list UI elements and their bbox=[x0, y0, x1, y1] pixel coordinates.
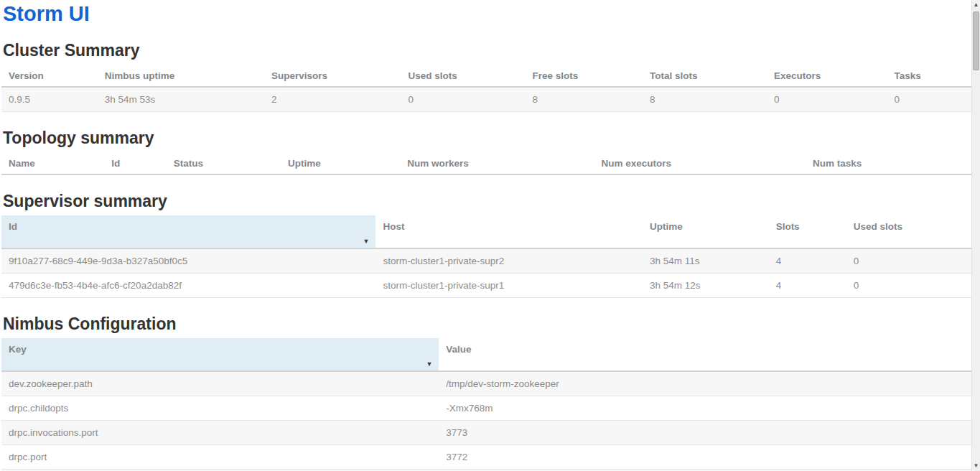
table-cell: 9f10a277-68c9-449e-9d3a-b327a50bf0c5 bbox=[1, 248, 375, 274]
column-header-num-workers[interactable]: Num workers bbox=[400, 152, 594, 174]
table-cell: storm-cluster1-private-supr1 bbox=[375, 274, 643, 298]
column-header-uptime[interactable]: Uptime bbox=[281, 152, 400, 174]
table-cell: drpc.invocations.port bbox=[1, 421, 439, 445]
table-row: 9f10a277-68c9-449e-9d3a-b327a50bf0c5stor… bbox=[1, 248, 971, 274]
column-header-host[interactable]: Host bbox=[375, 215, 643, 248]
table-cell: -Xmx768m bbox=[439, 396, 971, 421]
scrollbar-thumb[interactable] bbox=[973, 11, 979, 70]
column-header-tasks[interactable]: Tasks bbox=[887, 65, 971, 87]
supervisor-summary-table: Id▼HostUptimeSlotsUsed slots 9f10a277-68… bbox=[1, 215, 971, 298]
table-cell: 0 bbox=[846, 274, 971, 298]
column-header-free-slots[interactable]: Free slots bbox=[526, 65, 643, 87]
nimbus-configuration-heading: Nimbus Configuration bbox=[3, 315, 971, 332]
cluster-summary-heading: Cluster Summary bbox=[3, 42, 971, 59]
column-header-supervisors[interactable]: Supervisors bbox=[264, 65, 401, 87]
table-cell: 0 bbox=[401, 87, 526, 112]
topology-summary-table: NameIdStatusUptimeNum workersNum executo… bbox=[1, 152, 971, 175]
vertical-scrollbar[interactable]: ▲ ▼ bbox=[971, 0, 980, 471]
table-cell: 3772 bbox=[439, 445, 971, 470]
table-cell: drpc.port bbox=[1, 445, 439, 470]
supervisor-summary-heading: Supervisor summary bbox=[3, 192, 971, 210]
table-cell: 8 bbox=[643, 87, 767, 112]
column-header-uptime[interactable]: Uptime bbox=[643, 215, 769, 248]
table-cell: 3h 54m 11s bbox=[643, 248, 769, 274]
column-header-id[interactable]: Id▼ bbox=[1, 215, 375, 248]
table-header-row: Id▼HostUptimeSlotsUsed slots bbox=[1, 215, 971, 248]
table-cell: 0 bbox=[887, 87, 971, 112]
column-header-num-executors[interactable]: Num executors bbox=[594, 152, 806, 174]
sort-desc-icon: ▼ bbox=[363, 238, 370, 245]
column-header-total-slots[interactable]: Total slots bbox=[643, 65, 767, 87]
table-row: 479d6c3e-fb53-4b4e-afc6-cf20a2dab82fstor… bbox=[1, 274, 971, 298]
scroll-up-icon[interactable]: ▲ bbox=[972, 0, 980, 10]
column-header-status[interactable]: Status bbox=[167, 152, 281, 174]
column-header-value[interactable]: Value bbox=[439, 338, 971, 371]
table-cell: 8 bbox=[526, 87, 643, 112]
table-cell: 4 bbox=[769, 274, 846, 298]
scroll-down-icon[interactable]: ▼ bbox=[972, 461, 980, 471]
column-header-num-tasks[interactable]: Num tasks bbox=[806, 152, 971, 174]
table-row: 0.9.53h 54m 53s208800 bbox=[1, 87, 971, 112]
table-cell: 0 bbox=[846, 248, 971, 274]
table-row: drpc.port3772 bbox=[1, 445, 971, 470]
table-cell: drpc.childopts bbox=[1, 396, 439, 421]
column-header-used-slots[interactable]: Used slots bbox=[401, 65, 526, 87]
table-cell: 3h 54m 53s bbox=[98, 87, 264, 112]
table-cell: 3773 bbox=[439, 421, 971, 445]
table-cell: storm-cluster1-private-supr2 bbox=[375, 248, 643, 274]
table-cell: dev.zookeeper.path bbox=[1, 371, 439, 396]
table-cell: /tmp/dev-storm-zookeeper bbox=[439, 371, 971, 396]
table-cell: 0.9.5 bbox=[1, 87, 98, 112]
column-header-nimbus-uptime[interactable]: Nimbus uptime bbox=[98, 65, 264, 87]
page-title[interactable]: Storm UI bbox=[3, 3, 971, 24]
topology-summary-heading: Topology summary bbox=[3, 129, 971, 146]
table-row: drpc.childopts-Xmx768m bbox=[1, 396, 971, 421]
table-cell: 2 bbox=[264, 87, 401, 112]
table-cell: 3h 54m 12s bbox=[643, 274, 769, 298]
table-row: drpc.invocations.port3773 bbox=[1, 421, 971, 445]
table-header-row: NameIdStatusUptimeNum workersNum executo… bbox=[1, 152, 971, 174]
column-header-id[interactable]: Id bbox=[104, 152, 166, 174]
sort-desc-icon: ▼ bbox=[426, 361, 432, 368]
storm-ui-page: Storm UI Cluster Summary VersionNimbus u… bbox=[0, 0, 971, 471]
table-cell: 4 bbox=[769, 248, 846, 274]
column-header-slots[interactable]: Slots bbox=[769, 215, 846, 248]
table-row: dev.zookeeper.path/tmp/dev-storm-zookeep… bbox=[1, 371, 971, 396]
column-header-used-slots[interactable]: Used slots bbox=[846, 215, 971, 248]
table-cell: 479d6c3e-fb53-4b4e-afc6-cf20a2dab82f bbox=[1, 274, 375, 298]
column-header-key[interactable]: Key▼ bbox=[1, 338, 439, 371]
column-header-executors[interactable]: Executors bbox=[767, 65, 887, 87]
column-header-version[interactable]: Version bbox=[1, 65, 98, 87]
table-header-row: VersionNimbus uptimeSupervisorsUsed slot… bbox=[1, 65, 971, 87]
table-cell: 0 bbox=[767, 87, 887, 112]
table-header-row: Key▼Value bbox=[1, 338, 971, 371]
cluster-summary-table: VersionNimbus uptimeSupervisorsUsed slot… bbox=[1, 65, 971, 112]
nimbus-configuration-table: Key▼Value dev.zookeeper.path/tmp/dev-sto… bbox=[1, 338, 971, 471]
column-header-name[interactable]: Name bbox=[1, 152, 104, 174]
